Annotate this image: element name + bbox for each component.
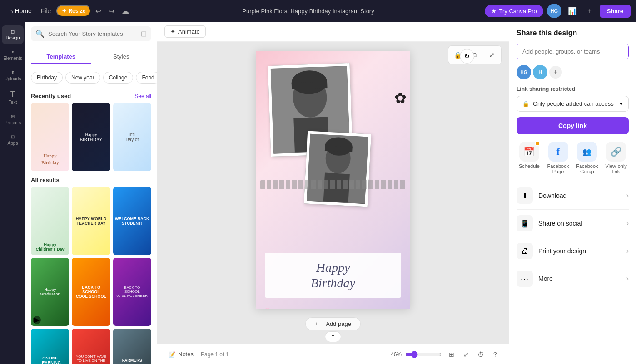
sidebar-item-uploads[interactable]: ⬆ Uploads xyxy=(2,66,24,85)
avatar-h-initials: H xyxy=(538,70,542,75)
copy-link-button[interactable]: Copy link xyxy=(517,117,629,134)
print-chevron-icon: › xyxy=(626,247,629,255)
download-icon: ⬇ xyxy=(522,192,528,200)
collapse-area: ⌃ xyxy=(325,331,341,342)
template-thumb-ar8[interactable]: YOU DON'T HAVETO LIVE ON THESTREETS TO B… xyxy=(72,329,110,364)
resize-label: Resize xyxy=(68,8,85,14)
icon-sidebar: ◻ Design ✦ Elements ⬆ Uploads T Text ⊞ P… xyxy=(0,22,25,364)
more-icon: ··· xyxy=(521,274,529,284)
sidebar-item-text[interactable]: T Text xyxy=(2,87,24,108)
panel-content: Recently used See all HappyBirthday Happ… xyxy=(25,87,157,364)
help-button[interactable]: ? xyxy=(489,348,502,361)
tag-food[interactable]: Food xyxy=(136,72,157,84)
timer-button[interactable]: ⏱ xyxy=(474,348,487,361)
sidebar-item-design[interactable]: ◻ Design xyxy=(2,25,24,44)
template-thumb-ar3[interactable]: WELCOME BACKSTUDENT! xyxy=(113,187,151,255)
link-access-dropdown[interactable]: 🔒 Only people added can access ▾ xyxy=(517,96,629,112)
share-action-facebook-group[interactable]: 👥 Facebook Group xyxy=(575,142,600,174)
flower-decoration: ✿ xyxy=(394,89,407,107)
file-label: File xyxy=(41,7,51,15)
see-all-link[interactable]: See all xyxy=(134,93,151,99)
share-action-schedule[interactable]: 📅 Schedule xyxy=(517,142,542,174)
sidebar-item-elements[interactable]: ✦ Elements xyxy=(2,46,24,64)
template-thumb-ar6[interactable]: BACK TOSCHOOL05-01 NOVEMBER xyxy=(113,258,151,326)
bottom-bar-right: 46% ⊞ ⤢ ⏱ ? xyxy=(391,348,502,361)
canvas-scroll: ✿ Happy Birthday 🌸 + + Add page xyxy=(157,42,509,344)
sidebar-item-apps[interactable]: ⊡ Apps xyxy=(2,131,24,149)
share-option-more[interactable]: ··· More › xyxy=(517,265,629,292)
share-option-print[interactable]: 🖨 Print your design › xyxy=(517,237,629,265)
search-input[interactable] xyxy=(48,30,137,37)
analytics-button[interactable]: 📊 xyxy=(565,4,580,18)
animate-button[interactable]: ✦ Animate xyxy=(164,25,206,38)
add-page-button[interactable]: + + Add page xyxy=(305,317,361,330)
avatar-hg[interactable]: HG xyxy=(517,65,531,79)
sync-button[interactable]: ↻ xyxy=(460,49,474,64)
share-action-facebook-page[interactable]: f Facebook Page xyxy=(546,142,571,174)
topbar-right: ★ Try Canva Pro HG 📊 ＋ Share xyxy=(485,4,631,19)
try-pro-button[interactable]: ★ Try Canva Pro xyxy=(485,5,543,17)
expand-page-button[interactable]: ⤢ xyxy=(485,48,499,62)
print-label: Print your design xyxy=(538,247,626,255)
collapse-button[interactable]: ⌃ xyxy=(325,331,341,342)
facebook-group-icon-container: 👥 xyxy=(577,142,597,162)
template-thumb-ar1[interactable]: HappyChildren's Day xyxy=(31,187,69,255)
tab-templates[interactable]: Templates xyxy=(31,50,91,64)
tag-collage[interactable]: Collage xyxy=(103,72,134,84)
template-thumb-ar4[interactable]: HappyGraduation ▶ xyxy=(31,258,69,326)
template-thumb-ru1[interactable]: HappyBirthday xyxy=(31,103,69,171)
template-thumb-ru3[interactable]: Int'lDay of xyxy=(113,103,151,171)
sidebar-item-projects[interactable]: ⊞ Projects xyxy=(2,110,24,129)
template-thumb-ar2[interactable]: HAPPY WORLDTEACHER DAY xyxy=(72,187,110,255)
avatar-h[interactable]: H xyxy=(533,65,547,79)
save-status-button[interactable]: ☁ xyxy=(119,4,132,18)
projects-label: Projects xyxy=(5,120,21,125)
facebook-page-icon: f xyxy=(556,147,560,157)
apps-icon: ⊡ xyxy=(11,134,15,139)
zoom-slider[interactable] xyxy=(405,351,442,358)
design-canvas[interactable]: ✿ Happy Birthday 🌸 xyxy=(256,51,410,309)
notes-button[interactable]: 📝 Notes xyxy=(164,349,197,359)
avatar-hg-initials: HG xyxy=(521,70,527,75)
share-option-social[interactable]: 📱 Share on social › xyxy=(517,209,629,237)
main-layout: ◻ Design ✦ Elements ⬆ Uploads T Text ⊞ P… xyxy=(0,22,636,364)
redo-button[interactable]: ↪ xyxy=(106,4,117,18)
photo-placeholder-small xyxy=(307,134,368,204)
undo-button[interactable]: ↩ xyxy=(93,4,104,18)
share-panel: Share this design HG H + Link sharing re… xyxy=(509,22,636,364)
share-social-icon-container: 📱 xyxy=(517,215,533,231)
projects-icon: ⊞ xyxy=(11,114,15,119)
apps-label: Apps xyxy=(8,141,18,146)
grid-view-button[interactable]: ⊞ xyxy=(445,348,458,361)
try-pro-label: Try Canva Pro xyxy=(499,8,537,15)
share-people-input[interactable] xyxy=(517,44,629,59)
fullscreen-button[interactable]: ⤢ xyxy=(460,348,472,361)
template-thumb-ar5[interactable]: BACK TOSCHOOLCOOL SCHOOL xyxy=(72,258,110,326)
templates-panel: 🔍 ⊟ Templates Styles Birthday New year C… xyxy=(25,22,157,364)
share-label: Share xyxy=(607,8,623,15)
add-page-label: + Add page xyxy=(321,320,351,327)
elements-icon: ✦ xyxy=(11,49,15,54)
resize-button[interactable]: ✦ Resize xyxy=(56,5,91,17)
template-thumb-ar7[interactable]: ONLINELEARNINGCOURSE xyxy=(31,329,69,364)
add-collaborator-button[interactable]: ＋ xyxy=(583,4,596,19)
share-option-download[interactable]: ⬇ Download › xyxy=(517,182,629,209)
facebook-page-label: Facebook Page xyxy=(546,163,571,174)
template-thumb-ru2[interactable]: HappyBIRTHDAY xyxy=(72,103,110,171)
topbar-left: ⌂ Home File ✦ Resize ↩ ↪ ☁ xyxy=(5,4,132,18)
home-button[interactable]: ⌂ Home xyxy=(5,5,35,17)
tab-styles[interactable]: Styles xyxy=(91,50,152,64)
uploads-icon: ⬆ xyxy=(11,70,15,75)
file-button[interactable]: File xyxy=(37,5,55,17)
filter-icon[interactable]: ⊟ xyxy=(141,30,147,38)
user-avatar[interactable]: HG xyxy=(547,4,561,18)
more-icon-container: ··· xyxy=(517,271,533,287)
template-thumb-ar9[interactable]: FARMERSDAY xyxy=(113,329,151,364)
tag-newyear[interactable]: New year xyxy=(65,72,100,84)
share-button[interactable]: Share xyxy=(600,5,631,18)
tag-birthday[interactable]: Birthday xyxy=(31,72,63,84)
add-avatar-button[interactable]: + xyxy=(549,66,562,79)
more-label: More xyxy=(538,275,626,282)
share-action-view-only[interactable]: 🔗 View-only link xyxy=(603,142,629,174)
print-icon: 🖨 xyxy=(521,247,528,255)
